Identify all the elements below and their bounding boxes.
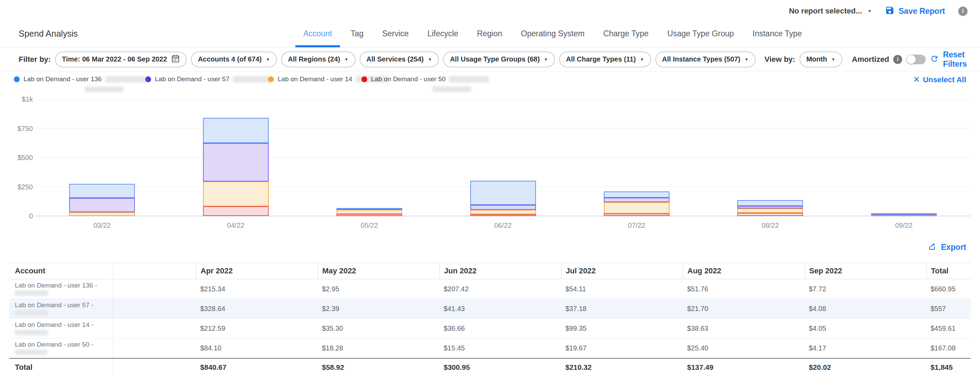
bar-segment-lab-on-demand-user-136-03-22[interactable] — [69, 184, 135, 198]
bar-segment-lab-on-demand-user-14-08-22[interactable] — [737, 208, 803, 213]
y-axis-label: $1k — [10, 95, 33, 103]
report-selector-button[interactable]: No report selected... ▼ — [789, 6, 872, 16]
save-report-button[interactable]: Save Report — [885, 6, 945, 17]
toggle-knob — [907, 55, 916, 64]
info-icon[interactable]: i — [958, 6, 967, 16]
legend-item-lab-on-demand-user-57[interactable]: Lab on Demand - user 57 — [145, 75, 271, 83]
tab-usage-type-group[interactable]: Usage Type Group — [658, 20, 743, 47]
bar-segment-lab-on-demand-user-14-06-22[interactable] — [470, 210, 536, 214]
value-cell: $84.10 — [196, 338, 318, 358]
y-axis-label: $250 — [10, 183, 33, 191]
column-gap — [113, 359, 196, 376]
bar-segment-lab-on-demand-user-136-06-22[interactable] — [470, 181, 536, 205]
unselect-all-button[interactable]: Unselect All — [913, 75, 966, 84]
filter-pill-accounts-4[interactable]: Accounts 4 (of 674)▼ — [191, 51, 277, 67]
legend-item-lab-on-demand-user-50[interactable]: Lab on Demand - user 50 — [361, 75, 489, 83]
value-cell: $328.64 — [196, 299, 318, 318]
view-by-label: View by: — [765, 55, 795, 64]
legend-label: Lab on Demand - user 14 — [278, 75, 352, 83]
account-name: Lab on Demand - user 14 - — [15, 321, 113, 328]
bar-segment-lab-on-demand-user-57-03-22[interactable] — [69, 198, 135, 212]
column-header-apr-2022: Apr 2022 — [196, 263, 318, 279]
bar-segment-lab-on-demand-user-50-04-22[interactable] — [203, 206, 269, 216]
y-axis-label: 0 — [10, 212, 33, 220]
amortized-toggle[interactable] — [906, 55, 926, 64]
tab-operating-system[interactable]: Operating System — [511, 20, 594, 47]
bar-segment-lab-on-demand-user-136-07-22[interactable] — [604, 192, 670, 198]
value-cell: $36.66 — [439, 319, 561, 338]
export-label: Export — [941, 243, 966, 252]
chart-legend: Unselect All Lab on Demand - user 136Lab… — [14, 74, 966, 96]
column-gap — [113, 338, 196, 358]
bar-segment-lab-on-demand-user-136-08-22[interactable] — [737, 200, 803, 206]
bar-segment-lab-on-demand-user-14-07-22[interactable] — [604, 202, 670, 214]
table-row: Lab on Demand - user 14 -$212.59$35.30$3… — [10, 319, 970, 338]
tab-charge-type[interactable]: Charge Type — [594, 20, 658, 47]
bar-segment-lab-on-demand-user-136-04-22[interactable] — [203, 118, 269, 143]
reset-filters-button[interactable]: Reset Filters — [930, 50, 967, 69]
legend-item-lab-on-demand-user-136[interactable]: Lab on Demand - user 136 — [14, 75, 147, 83]
filter-pill-all-regions[interactable]: All Regions (24)▼ — [281, 51, 355, 67]
tab-tag[interactable]: Tag — [341, 20, 373, 47]
y-axis-label: $750 — [10, 124, 33, 132]
redacted-text — [105, 76, 147, 82]
bar-segment-lab-on-demand-user-14-03-22[interactable] — [69, 212, 135, 216]
view-by-value: Month — [807, 55, 827, 63]
spend-chart: $1k$750$500$250003/2204/2205/2206/2207/2… — [10, 95, 970, 238]
bar-segment-lab-on-demand-user-14-05-22[interactable] — [336, 210, 402, 214]
column-gap — [113, 299, 196, 318]
tab-bar: AccountTagServiceLifecycleRegionOperatin… — [294, 20, 811, 47]
filter-pill-all-charge-types[interactable]: All Charge Types (11)▼ — [559, 51, 651, 67]
filter-pill-all-usage-type-groups[interactable]: All Usage Type Groups (68)▼ — [443, 51, 555, 67]
column-header-sep-2022: Sep 2022 — [805, 263, 926, 279]
value-cell: $19.67 — [561, 338, 683, 358]
tab-instance-type[interactable]: Instance Type — [743, 20, 811, 47]
bar-segment-lab-on-demand-user-14-04-22[interactable] — [203, 181, 269, 206]
total-value-cell: $1,845 — [926, 359, 970, 376]
value-cell: $18.28 — [318, 338, 439, 358]
account-cell: Lab on Demand - user 50 - — [10, 338, 113, 358]
tab-lifecycle[interactable]: Lifecycle — [418, 20, 468, 47]
bar-segment-lab-on-demand-user-136-09-22[interactable] — [871, 213, 937, 214]
bar-segment-lab-on-demand-user-50-07-22[interactable] — [604, 214, 670, 216]
filter-pill-label: All Usage Type Groups (68) — [450, 55, 540, 63]
bar-segment-lab-on-demand-user-57-04-22[interactable] — [203, 143, 269, 181]
chevron-down-icon: ▼ — [745, 57, 749, 62]
legend-dot — [268, 76, 274, 82]
redacted-text — [15, 290, 48, 296]
x-axis-label: 09/22 — [837, 222, 970, 230]
table-row: Lab on Demand - user 50 -$84.10$18.28$15… — [10, 338, 970, 358]
legend-dot — [145, 76, 151, 82]
chevron-down-icon: ▼ — [831, 57, 835, 62]
filter-pill-all-instance-types[interactable]: All Instance Types (507)▼ — [655, 51, 756, 67]
column-gap — [113, 279, 196, 298]
filter-pill-label: Accounts 4 (of 674) — [198, 55, 261, 63]
value-cell: $37.18 — [561, 299, 683, 318]
bar-segment-lab-on-demand-user-50-08-22[interactable] — [737, 213, 803, 216]
report-selector-label: No report selected... — [789, 6, 862, 16]
bar-segment-lab-on-demand-user-57-08-22[interactable] — [737, 206, 803, 208]
y-axis-label: $500 — [10, 154, 33, 162]
tab-service[interactable]: Service — [373, 20, 418, 47]
close-icon — [913, 76, 920, 84]
export-button[interactable]: Export — [928, 242, 966, 252]
time-filter-label: Time: 06 Mar 2022 - 06 Sep 2022 — [62, 55, 167, 63]
column-header-aug-2022: Aug 2022 — [683, 263, 805, 279]
legend-label: Lab on Demand - user 136 — [24, 75, 102, 83]
column-header-account: Account — [10, 263, 113, 279]
bar-segment-lab-on-demand-user-57-07-22[interactable] — [604, 198, 670, 202]
bar-segment-lab-on-demand-user-50-05-22[interactable] — [336, 214, 402, 216]
bar-segment-lab-on-demand-user-136-05-22[interactable] — [336, 208, 402, 209]
bar-segment-lab-on-demand-user-57-06-22[interactable] — [470, 205, 536, 210]
filter-pill-all-services[interactable]: All Services (254)▼ — [360, 51, 439, 67]
time-filter-pill[interactable]: Time: 06 Mar 2022 - 06 Sep 2022 — [55, 51, 187, 67]
value-cell: $167.08 — [926, 338, 970, 358]
tab-region[interactable]: Region — [468, 20, 511, 47]
bar-segment-lab-on-demand-user-50-06-22[interactable] — [470, 214, 536, 216]
tab-account[interactable]: Account — [294, 20, 341, 47]
legend-label: Lab on Demand - user 50 — [371, 75, 445, 83]
amortized-info-icon[interactable]: i — [893, 55, 902, 64]
view-by-pill[interactable]: Month ▼ — [800, 51, 842, 67]
chart-plot-area — [35, 99, 970, 216]
table-row: Lab on Demand - user 136 -$215.34$2.95$2… — [10, 279, 970, 299]
